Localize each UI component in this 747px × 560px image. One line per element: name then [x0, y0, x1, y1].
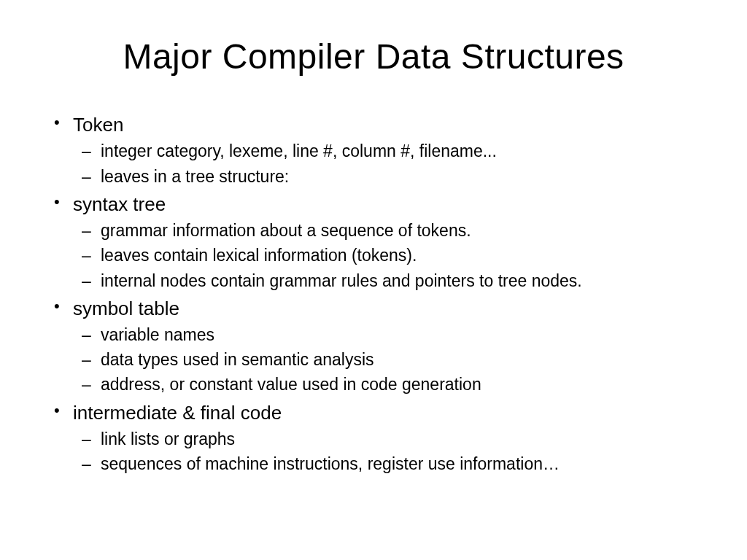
list-item: link lists or graphs: [101, 427, 696, 451]
list-item: syntax tree grammar information about a …: [73, 191, 696, 292]
bullet-list-level2: grammar information about a sequence of …: [73, 219, 696, 292]
list-item: variable names: [101, 323, 696, 346]
list-item: data types used in semantic analysis: [101, 348, 696, 371]
list-item: leaves contain lexical information (toke…: [101, 244, 696, 267]
bullet-list-level1: Token integer category, lexeme, line #, …: [51, 112, 696, 475]
list-item: intermediate & final code link lists or …: [73, 400, 696, 476]
list-item: grammar information about a sequence of …: [101, 219, 696, 242]
bullet-list-level2: variable names data types used in semant…: [73, 323, 696, 397]
bullet-label: Token: [73, 114, 123, 136]
bullet-list-level2: link lists or graphs sequences of machin…: [73, 427, 696, 475]
list-item: integer category, lexeme, line #, column…: [101, 139, 696, 163]
list-item: internal nodes contain grammar rules and…: [101, 269, 696, 292]
list-item: Token integer category, lexeme, line #, …: [73, 112, 696, 188]
bullet-list-level2: integer category, lexeme, line #, column…: [73, 139, 696, 187]
list-item: symbol table variable names data types u…: [73, 295, 696, 397]
slide-title: Major Compiler Data Structures: [51, 36, 696, 77]
list-item: sequences of machine instructions, regis…: [101, 452, 696, 475]
bullet-label: syntax tree: [73, 193, 166, 215]
list-item: address, or constant value used in code …: [101, 373, 696, 396]
bullet-label: intermediate & final code: [73, 402, 282, 424]
list-item: leaves in a tree structure:: [101, 165, 696, 188]
bullet-label: symbol table: [73, 298, 179, 319]
